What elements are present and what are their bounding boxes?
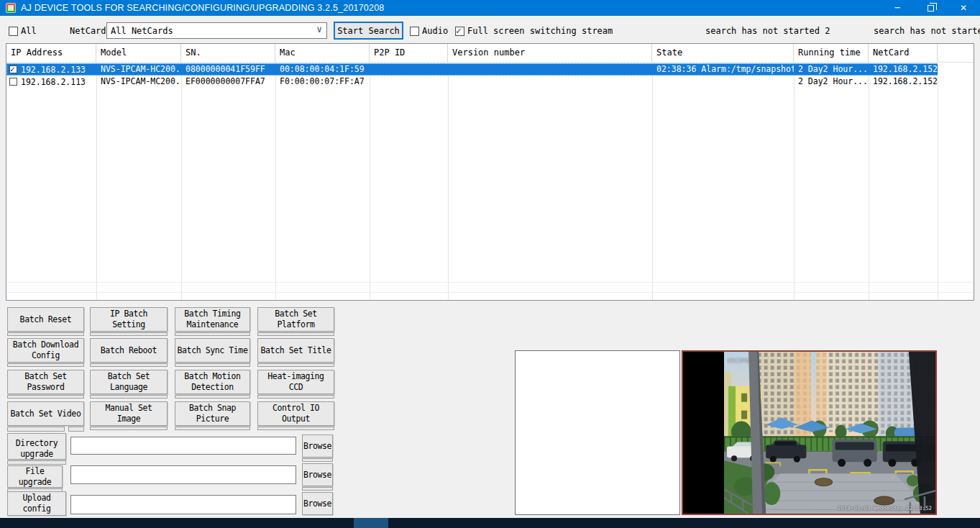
clipped-button[interactable] [175, 363, 250, 367]
file-upgrade-input[interactable] [70, 465, 296, 484]
cell-running-time: 2 Day2 Hour... [794, 63, 869, 76]
upload-browse-button[interactable]: Browse [302, 492, 333, 515]
app-icon [6, 3, 16, 13]
cell-model: NVS-IPCAM-HC200... [96, 63, 181, 76]
camera-osd-timestamp: 2018-01-03 Wednesday 02:53:52 [838, 505, 932, 511]
batch-sync-time-button[interactable]: Batch Sync Time [175, 338, 250, 363]
clipped-button[interactable] [257, 332, 334, 336]
audio-checkbox[interactable]: ✓ [410, 27, 419, 36]
cell-ip: 192.168.2.133 [21, 64, 86, 76]
column-header-netcard[interactable]: NetCard [869, 44, 938, 62]
batch-snap-picture-button[interactable]: Batch Snap Picture [175, 401, 250, 426]
column-header-filler [938, 44, 974, 62]
camera-osd-title: VICIPO [728, 358, 749, 364]
batch-set-platform-button[interactable]: Batch Set Platform [257, 307, 334, 332]
all-label: All [21, 26, 37, 37]
column-header-version[interactable]: Version number [448, 44, 652, 62]
cell-filler [938, 63, 974, 76]
video-preview[interactable]: VICIPO 2018-01-03 Wednesday 02:53:52 [682, 350, 937, 515]
directory-upgrade-input[interactable] [70, 437, 296, 455]
window-title: AJ DEVICE TOOLS FOR SEARCHING/CONFIGURIN… [21, 3, 384, 13]
batch-reset-button[interactable]: Batch Reset [7, 307, 84, 332]
cell-mac: F0:00:00:07:FF:A7 [275, 76, 370, 88]
clipped-button[interactable] [90, 363, 168, 367]
title-bar: AJ DEVICE TOOLS FOR SEARCHING/CONFIGURIN… [0, 0, 980, 16]
restore-button[interactable] [914, 0, 947, 16]
ip-batch-setting-button[interactable]: IP Batch Setting [90, 307, 168, 332]
search-status-left: search has not started 2 [705, 26, 830, 36]
netcard-label: NetCard [70, 26, 106, 37]
app-window: AJ DEVICE TOOLS FOR SEARCHING/CONFIGURIN… [0, 0, 980, 528]
clipped-button[interactable] [7, 460, 66, 465]
cell-state: 02:38:36 Alarm:/tmp/snapshot... [652, 63, 794, 76]
file-upgrade-button[interactable]: File upgrade [7, 465, 63, 488]
fullscreen-stream-checkbox[interactable]: ✓ [455, 27, 464, 36]
row-checkbox[interactable]: ✓ [9, 65, 17, 73]
cell-running-time: 2 Day2 Hour... [794, 76, 869, 88]
control-io-output-button[interactable]: Control IO Output [257, 401, 334, 426]
cell-model: NVS-IPCAM-MC200... [96, 76, 181, 88]
heat-imaging-ccd-button[interactable]: Heat-imaging CCD [257, 370, 334, 394]
chevron-down-icon: ∨ [316, 24, 322, 35]
column-header-sn[interactable]: SN. [181, 44, 275, 62]
taskbar-active-app[interactable] [354, 518, 388, 528]
all-checkbox[interactable]: ✓ [9, 27, 18, 36]
file-browse-button[interactable]: Browse [302, 463, 333, 486]
batch-timing-maintenance-button[interactable]: Batch Timing Maintenance [175, 307, 250, 332]
table-row[interactable]: ✓ 192.168.2.113 NVS-IPCAM-MC200... EF000… [6, 76, 974, 88]
directory-browse-button[interactable]: Browse [302, 434, 333, 458]
start-search-button[interactable]: Start Search [334, 22, 403, 40]
cell-version [448, 76, 652, 88]
directory-upgrade-button[interactable]: Directory upgrade [7, 433, 66, 460]
upload-config-button[interactable]: Upload config [7, 491, 66, 516]
cell-mac: 00:08:00:04:1F:59 [275, 63, 370, 76]
search-status-right: search has not started 2 [874, 26, 980, 36]
clipped-button[interactable] [7, 427, 65, 432]
clipped-button[interactable] [175, 427, 250, 430]
close-button[interactable]: ✕ [947, 0, 980, 16]
clipped-button[interactable] [7, 332, 84, 336]
cell-netcard: 192.168.2.152 [869, 76, 938, 88]
cell-filler [938, 76, 974, 88]
audio-label: Audio [422, 26, 448, 37]
clipped-button[interactable] [175, 332, 250, 336]
clipped-button[interactable] [302, 458, 333, 462]
table-row[interactable]: ✓ 192.168.2.133 NVS-IPCAM-HC200... 08000… [6, 63, 974, 76]
check-icon: ✓ [456, 25, 462, 36]
cell-ip: 192.168.2.113 [21, 76, 86, 88]
clipped-button[interactable] [68, 427, 84, 432]
batch-set-password-button[interactable]: Batch Set Password [7, 370, 84, 394]
clipped-button[interactable] [175, 395, 250, 399]
upload-config-input[interactable] [70, 495, 296, 514]
check-icon: ✓ [10, 64, 15, 76]
batch-motion-detection-button[interactable]: Batch Motion Detection [175, 370, 250, 394]
batch-reboot-button[interactable]: Batch Reboot [90, 338, 168, 363]
cell-sn: 08000000041F59FF [181, 63, 275, 76]
batch-set-title-button[interactable]: Batch Set Title [257, 338, 334, 363]
batch-download-config-button[interactable]: Batch Download Config [7, 338, 84, 363]
row-checkbox[interactable]: ✓ [9, 78, 17, 86]
preview-list-panel[interactable] [515, 350, 680, 515]
minimize-button[interactable]: ─ [881, 0, 914, 16]
clipped-button[interactable] [257, 363, 334, 367]
column-header-model[interactable]: Model [96, 44, 181, 62]
clipped-button[interactable] [302, 487, 333, 491]
taskbar[interactable] [0, 518, 980, 528]
column-header-state[interactable]: State [652, 44, 794, 62]
manual-set-image-button[interactable]: Manual Set Image [90, 401, 168, 426]
clipped-button[interactable] [90, 332, 168, 336]
clipped-button[interactable] [90, 395, 168, 399]
clipped-button[interactable] [7, 363, 84, 367]
batch-set-language-button[interactable]: Batch Set Language [90, 370, 168, 394]
column-header-running-time[interactable]: Running time [794, 44, 869, 62]
batch-set-video-button[interactable]: Batch Set Video [7, 401, 84, 426]
grid-line [6, 292, 974, 293]
column-header-p2p[interactable]: P2P ID [370, 44, 448, 62]
column-header-mac[interactable]: Mac [275, 44, 370, 62]
netcard-select[interactable]: All NetCards ∨ [106, 22, 327, 39]
column-header-ip[interactable]: IP Address [6, 44, 96, 62]
clipped-button[interactable] [7, 395, 84, 399]
clipped-button[interactable] [257, 427, 334, 430]
clipped-button[interactable] [257, 395, 334, 399]
clipped-button[interactable] [90, 427, 168, 430]
